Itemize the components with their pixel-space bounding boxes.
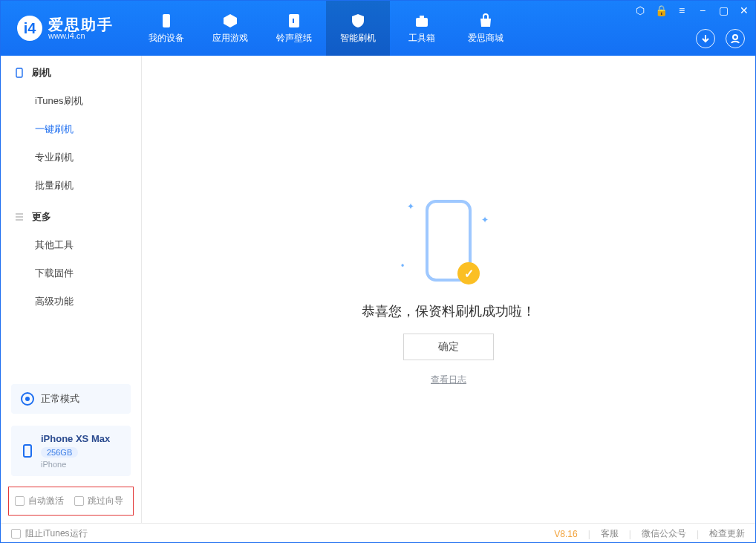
sidebar-item-download-firmware[interactable]: 下载固件	[1, 259, 141, 287]
sidebar-item-onekey-flash[interactable]: 一键刷机	[1, 115, 141, 143]
nav-toolbox[interactable]: 工具箱	[390, 1, 454, 56]
nav-store[interactable]: 爱思商城	[454, 1, 518, 56]
app-name: 爱思助手	[48, 17, 114, 32]
lock-icon[interactable]: 🔒	[656, 5, 666, 16]
device-icon	[20, 443, 35, 458]
shield-refresh-icon	[350, 13, 366, 29]
bottom-options-highlight: 自动激活 跳过向导	[8, 487, 134, 516]
sidebar-item-other-tools[interactable]: 其他工具	[1, 231, 141, 259]
sidebar-group-more: 更多	[1, 200, 141, 231]
app-url: www.i4.cn	[48, 32, 114, 40]
mode-icon	[20, 391, 35, 406]
checkbox-icon	[74, 496, 84, 506]
auto-activate-checkbox[interactable]: 自动激活	[15, 495, 64, 507]
list-icon	[14, 212, 25, 222]
svg-rect-0	[163, 14, 170, 27]
sparkle-icon: ✦	[407, 201, 414, 212]
svg-rect-2	[416, 18, 428, 27]
menu-icon[interactable]: ≡	[677, 5, 687, 16]
sidebar-item-pro-flash[interactable]: 专业刷机	[1, 143, 141, 172]
footer-link-update[interactable]: 检查更新	[709, 527, 745, 540]
nav-flash[interactable]: 智能刷机	[326, 1, 390, 56]
footer-link-wechat[interactable]: 微信公众号	[642, 527, 686, 540]
success-message: 恭喜您，保资料刷机成功啦！	[362, 302, 535, 320]
nav-ringtones[interactable]: 铃声壁纸	[262, 1, 326, 56]
download-icon	[700, 33, 711, 44]
sidebar-item-itunes-flash[interactable]: iTunes刷机	[1, 87, 141, 115]
user-button[interactable]	[726, 29, 745, 48]
shirt-icon[interactable]: ⬡	[635, 5, 645, 16]
nav-apps-games[interactable]: 应用游戏	[198, 1, 262, 56]
svg-point-4	[733, 35, 737, 39]
sidebar-group-flash: 刷机	[1, 56, 141, 87]
version-label: V8.16	[554, 529, 577, 539]
ok-button[interactable]: 确定	[403, 334, 494, 360]
skip-guide-checkbox[interactable]: 跳过向导	[74, 495, 123, 507]
block-itunes-checkbox[interactable]: 阻止iTunes运行	[11, 527, 88, 540]
phone-outline-icon	[14, 68, 25, 78]
device-card[interactable]: iPhone XS Max 256GB iPhone	[11, 426, 131, 476]
status-bar: 阻止iTunes运行 V8.16 | 客服 | 微信公众号 | 检查更新	[1, 523, 755, 543]
toolbox-icon	[414, 13, 430, 29]
logo-icon: i4	[17, 16, 42, 41]
sidebar-item-advanced[interactable]: 高级功能	[1, 287, 141, 316]
window-controls: ⬡ 🔒 ≡ − ▢ ✕	[635, 5, 749, 16]
svg-rect-3	[420, 16, 424, 19]
music-file-icon	[286, 13, 302, 29]
header-right-actions	[696, 29, 745, 48]
mode-label: 正常模式	[41, 392, 79, 406]
sidebar: 刷机 iTunes刷机 一键刷机 专业刷机 批量刷机 更多 其他工具 下载固件 …	[1, 56, 142, 523]
top-nav: 我的设备 应用游戏 铃声壁纸 智能刷机 工具箱 爱思商城	[134, 1, 518, 56]
device-type: iPhone	[41, 460, 110, 469]
svg-rect-8	[24, 445, 31, 457]
footer-link-support[interactable]: 客服	[601, 527, 619, 540]
minimize-icon[interactable]: −	[697, 5, 708, 16]
app-header: i4 爱思助手 www.i4.cn 我的设备 应用游戏 铃声壁纸 智能刷机 工具…	[1, 1, 755, 56]
sparkle-icon: ✦	[481, 215, 489, 225]
user-icon	[730, 33, 740, 44]
svg-rect-5	[16, 68, 22, 77]
cube-icon	[222, 13, 238, 29]
mode-card[interactable]: 正常模式	[11, 384, 131, 414]
checkbox-icon	[15, 496, 25, 506]
success-illustration: ✦ ✦ • ✓	[389, 192, 508, 289]
maximize-icon[interactable]: ▢	[718, 5, 729, 16]
device-storage: 256GB	[41, 447, 78, 458]
sparkle-icon: •	[401, 261, 404, 271]
check-badge-icon: ✓	[457, 262, 480, 284]
checkbox-icon	[11, 529, 21, 539]
svg-point-7	[25, 397, 30, 401]
download-button[interactable]	[696, 29, 715, 48]
view-log-link[interactable]: 查看日志	[431, 374, 466, 386]
sidebar-item-batch-flash[interactable]: 批量刷机	[1, 172, 141, 200]
close-icon[interactable]: ✕	[739, 5, 749, 16]
nav-my-device[interactable]: 我的设备	[134, 1, 198, 56]
main-content: ✦ ✦ • ✓ 恭喜您，保资料刷机成功啦！ 确定 查看日志	[142, 56, 755, 523]
app-logo: i4 爱思助手 www.i4.cn	[1, 1, 127, 56]
device-name: iPhone XS Max	[41, 433, 110, 444]
store-icon	[478, 13, 494, 29]
device-icon	[158, 13, 175, 29]
